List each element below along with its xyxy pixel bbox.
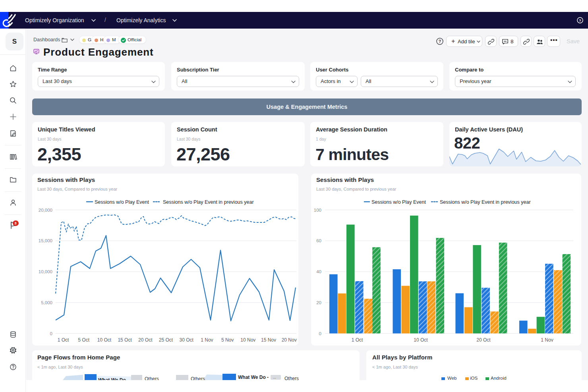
svg-text:1 Oct: 1 Oct [58, 337, 69, 343]
svg-text:15 Oct: 15 Oct [118, 337, 132, 343]
svg-text:Sessions w/o Play Event: Sessions w/o Play Event [95, 199, 149, 205]
svg-text:?: ? [439, 39, 441, 44]
svg-text:10 Nov: 10 Nov [240, 337, 255, 343]
svg-text:25 Oct: 25 Oct [159, 337, 173, 343]
svg-text:0: 0 [50, 331, 52, 336]
svg-text:5,000: 5,000 [41, 300, 52, 305]
svg-text:10 Oct: 10 Oct [97, 337, 112, 343]
svg-text:20,000: 20,000 [39, 208, 52, 212]
svg-text:60: 60 [316, 238, 321, 243]
svg-text:5 Oct: 5 Oct [78, 337, 89, 343]
svg-text:1 Nov: 1 Nov [201, 337, 213, 343]
svg-text:40: 40 [316, 269, 321, 274]
svg-text:Sessions w/o Play Event in pre: Sessions w/o Play Event in previous year [163, 199, 254, 205]
svg-text:1 Nov: 1 Nov [541, 337, 553, 343]
svg-text:Sessions w/o Play Event: Sessions w/o Play Event [371, 199, 426, 205]
svg-text:20 Nov: 20 Nov [282, 337, 297, 343]
svg-text:30 Oct: 30 Oct [180, 337, 194, 343]
svg-text:?: ? [579, 18, 581, 23]
svg-text:10,000: 10,000 [39, 269, 52, 274]
svg-text:Sessions w/o Play Event in pre: Sessions w/o Play Event in previous year [440, 199, 531, 205]
svg-text:5 Nov: 5 Nov [221, 337, 234, 343]
svg-text:20 Oct: 20 Oct [138, 337, 153, 343]
svg-text:...: ... [273, 375, 276, 379]
svg-text:100: 100 [314, 208, 321, 212]
svg-text:15,000: 15,000 [39, 238, 52, 243]
svg-text:20 Oct: 20 Oct [476, 337, 491, 343]
svg-text:15 Nov: 15 Nov [261, 337, 276, 343]
svg-text:10 Oct: 10 Oct [414, 337, 428, 343]
svg-text:0: 0 [319, 331, 321, 336]
svg-text:What We Do -: What We Do - [238, 375, 269, 380]
svg-text:1 Oct: 1 Oct [352, 337, 363, 343]
svg-text:20: 20 [316, 300, 321, 305]
